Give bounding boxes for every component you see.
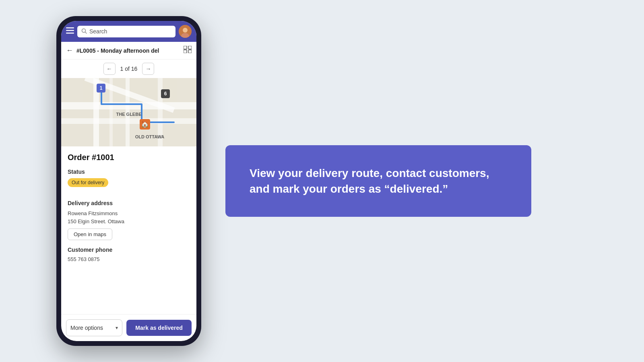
bottom-bar: More options ▾ Mark as delivered [61,314,196,341]
search-icon [81,28,87,35]
status-section: Status Out for delivery [68,169,190,193]
delivery-address-label: Delivery address [68,200,190,206]
svg-rect-1 [66,30,74,31]
info-card-text: View your delivery route, contact custom… [250,165,507,197]
dropdown-arrow-icon: ▾ [116,325,118,331]
prev-stop-button[interactable]: ← [103,63,116,75]
phone-mockup: Search ← #L0005 - Monday afternoon del [56,16,201,346]
svg-rect-10 [184,50,187,53]
svg-text:1: 1 [100,85,103,91]
status-badge: Out for delivery [68,178,108,187]
open-maps-button[interactable]: Open in maps [68,228,112,240]
phone-screen: Search ← #L0005 - Monday afternoon del [61,21,196,341]
sub-header: ← #L0005 - Monday afternoon del [61,42,196,60]
map-area: 1 6 🏠 THE GLEBE OLD OTTAWA [61,78,196,146]
svg-rect-2 [66,33,74,34]
map-svg: 1 6 🏠 THE GLEBE OLD OTTAWA [61,78,196,146]
mark-delivered-button[interactable]: Mark as delivered [126,320,192,336]
more-options-label: More options [70,325,103,331]
search-bar[interactable]: Search [77,26,175,37]
order-title: Order #1001 [68,153,190,162]
svg-rect-11 [188,50,192,53]
address-line1: 150 Elgin Street. Ottawa [68,218,190,226]
customer-name: Rowena Fitzsimmons [68,210,190,218]
route-title: #L0005 - Monday afternoon del [76,47,180,54]
phone-section: Customer phone 555 763 0875 [68,247,190,262]
stop-count-display: 1 of 16 [120,66,138,72]
svg-rect-0 [66,27,74,29]
svg-point-6 [183,28,188,33]
avatar [179,25,192,38]
hamburger-icon[interactable] [66,27,74,36]
customer-phone-label: Customer phone [68,247,190,253]
svg-rect-9 [188,46,192,49]
svg-text:6: 6 [164,91,167,97]
order-details: Order #1001 Status Out for delivery Deli… [61,146,196,314]
svg-rect-8 [184,46,187,49]
list-view-icon[interactable] [184,46,192,55]
address-section: Delivery address Rowena Fitzsimmons 150 … [68,200,190,240]
next-stop-button[interactable]: → [142,63,154,75]
back-button[interactable]: ← [66,46,73,55]
search-input-label: Search [89,28,107,35]
svg-text:THE GLEBE: THE GLEBE [116,112,142,117]
status-label: Status [68,169,190,175]
stop-counter: ← 1 of 16 → [61,60,196,78]
nav-bar: Search [61,21,196,42]
phone-number: 555 763 0875 [68,256,190,262]
more-options-button[interactable]: More options ▾ [66,319,122,336]
svg-text:OLD OTTAWA: OLD OTTAWA [135,134,165,139]
svg-line-4 [85,32,87,33]
info-card: View your delivery route, contact custom… [225,145,531,217]
avatar-image [179,25,192,38]
svg-text:🏠: 🏠 [141,120,149,128]
